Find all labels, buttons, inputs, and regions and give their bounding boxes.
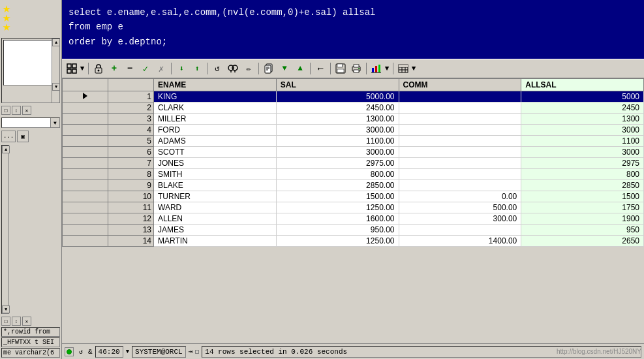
table-row[interactable]: 3MILLER1300.001300 [63, 114, 644, 125]
chart-btn-group: ▼ [369, 61, 390, 76]
results-scroll[interactable]: ENAME SAL COMM ALLSAL 1KING5000.0050002C… [62, 78, 644, 343]
scroll-up-btn[interactable]: ▲ [52, 39, 60, 46]
rollback-icon[interactable]: ✗ [154, 61, 168, 76]
results-table: ENAME SAL COMM ALLSAL 1KING5000.0050002C… [62, 78, 644, 247]
ctrl-close[interactable]: ✕ [22, 317, 31, 326]
allsal-cell: 1300 [521, 114, 644, 125]
copy-icon[interactable] [262, 61, 276, 76]
ename-cell: BLAKE [154, 180, 277, 191]
ctrl-square[interactable]: □ [1, 317, 10, 326]
comm-cell: 0.00 [399, 191, 521, 202]
sidebar-dropdown[interactable]: ▼ [1, 117, 60, 128]
allsal-cell: 1750 [521, 202, 644, 213]
comm-cell [399, 158, 521, 169]
table-row[interactable]: 8SMITH800.00800 [63, 169, 644, 180]
table-row[interactable]: 1KING5000.005000 [63, 91, 644, 102]
status-time: 46:20 [95, 346, 123, 358]
grid-dropdown-arrow[interactable]: ▼ [79, 61, 85, 76]
add-icon[interactable]: + [107, 61, 121, 76]
commit-icon[interactable]: ✓ [138, 61, 153, 76]
panel-btn-square[interactable]: □ [1, 106, 10, 115]
table-icon[interactable] [396, 61, 410, 76]
sep6 [330, 63, 331, 74]
table-row[interactable]: 12ALLEN1600.00300.001900 [63, 213, 644, 225]
main-scroll-up[interactable]: ▲ [2, 146, 10, 153]
allsal-cell: 3000 [521, 125, 644, 136]
row-number-cell: 6 [108, 147, 154, 158]
table-row[interactable]: 10TURNER1500.000.001500 [63, 191, 644, 202]
row-number-cell: 10 [108, 191, 154, 202]
sql-editor[interactable]: select e.ename,e.sal,e.comm,(nvl(e.comm,… [62, 0, 644, 59]
panel-btn-close[interactable]: ✕ [22, 106, 31, 115]
star-icon-3 [3, 23, 59, 31]
chart-icon[interactable] [369, 61, 384, 76]
sidebar-scrollbar-v[interactable]: ▲ ▼ [52, 39, 59, 102]
refresh-icon[interactable]: ↺ [210, 61, 224, 76]
chart-dropdown-arrow[interactable]: ▼ [384, 61, 390, 76]
table-dropdown-arrow[interactable]: ▼ [410, 61, 417, 76]
table-row[interactable]: 2CLARK2450.002450 [63, 102, 644, 114]
comm-cell [399, 91, 521, 102]
action-btn[interactable]: ▣ [17, 131, 29, 142]
sal-cell: 1600.00 [276, 213, 399, 225]
row-indicator-cell [63, 225, 108, 236]
sql-line1: select e.ename,e.sal,e.comm,(nvl(e.comm,… [69, 5, 637, 20]
allsal-cell: 5000 [521, 91, 644, 102]
svg-rect-0 [67, 64, 71, 68]
row-number-cell: 4 [108, 125, 154, 136]
scroll-down-btn[interactable]: ▼ [52, 83, 60, 91]
print-icon[interactable] [349, 61, 363, 76]
sal-cell: 2975.00 [276, 158, 399, 169]
save-icon[interactable] [333, 61, 348, 76]
ellipsis-btn[interactable]: ... [1, 131, 16, 142]
row-indicator-cell [63, 136, 108, 147]
download-icon[interactable]: ▼ [277, 61, 292, 76]
row-indicator-cell [63, 125, 108, 136]
main-scrollbar[interactable]: ▲ ▼ [1, 145, 9, 314]
sql-line2: from emp e [69, 20, 637, 34]
status-dropdown[interactable]: ▼ [126, 349, 129, 355]
toolbar: ▼ + − ✓ [62, 59, 644, 78]
row-indicator-cell [63, 202, 108, 213]
sort-down-icon[interactable]: ⬇ [174, 61, 189, 76]
table-row[interactable]: 6SCOTT3000.003000 [63, 147, 644, 158]
comm-cell [399, 180, 521, 191]
search-icon[interactable] [226, 61, 240, 76]
upload-icon[interactable]: ▲ [293, 61, 307, 76]
header-row-indicator [63, 79, 108, 91]
bottom-controls: □ ↕ ✕ *,rowid from _HFWTXX t SEI me varc… [0, 315, 61, 359]
status-connection: SYSTEM@ORCL [132, 346, 186, 358]
status-connector-icon: ⇥ [189, 347, 193, 356]
ename-cell: SCOTT [154, 147, 277, 158]
back-icon[interactable]: ⟵ [313, 61, 328, 76]
grid-icon[interactable] [65, 61, 79, 76]
main-scroll-down[interactable]: ▼ [2, 305, 10, 313]
panel-btn-pin[interactable]: ↕ [12, 106, 21, 115]
table-row[interactable]: 7JONES2975.002975 [63, 158, 644, 169]
table-row[interactable]: 13JAMES950.00950 [63, 225, 644, 236]
sep2 [171, 63, 172, 74]
allsal-cell: 2850 [521, 180, 644, 191]
table-row[interactable]: 5ADAMS1100.001100 [63, 136, 644, 147]
allsal-cell: 1900 [521, 213, 644, 225]
sort-up-icon[interactable]: ⬆ [190, 61, 204, 76]
row-indicator-cell [63, 180, 108, 191]
svg-rect-33 [399, 65, 408, 67]
dropdown-arrow[interactable]: ▼ [50, 118, 59, 127]
allsal-cell: 800 [521, 169, 644, 180]
table-row[interactable]: 4FORD3000.003000 [63, 125, 644, 136]
table-row[interactable]: 14MARTIN1250.001400.002650 [63, 236, 644, 247]
table-row[interactable]: 11WARD1250.00500.001750 [63, 202, 644, 213]
status-refresh-icon[interactable]: ↺ [76, 347, 85, 356]
row-indicator-cell [63, 213, 108, 225]
remove-icon[interactable]: − [123, 61, 137, 76]
status-time-value: 46:20 [99, 348, 120, 356]
sep7 [366, 63, 367, 74]
table-row[interactable]: 9BLAKE2850.002850 [63, 180, 644, 191]
lock-icon[interactable] [91, 61, 106, 76]
ctrl-pin[interactable]: ↕ [12, 317, 21, 326]
edit-icon[interactable]: ✏ [241, 61, 256, 76]
row-indicator-cell [63, 147, 108, 158]
svg-rect-1 [72, 64, 76, 68]
bottom-text-3: me varchar2(6 [1, 348, 60, 358]
